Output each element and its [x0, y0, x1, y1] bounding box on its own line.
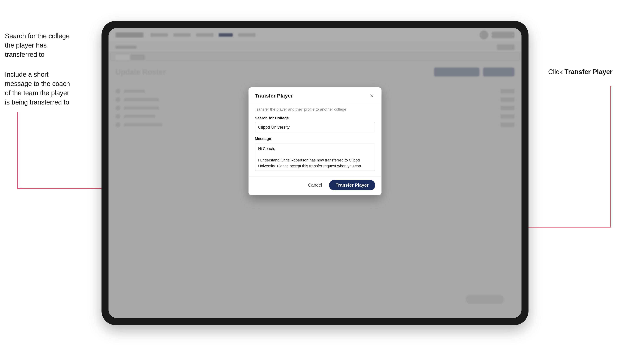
transfer-player-dialog: Transfer Player ✕ Transfer the player an…	[248, 87, 382, 195]
tablet-screen: Update Roster	[108, 28, 522, 318]
dialog-footer: Cancel Transfer Player	[248, 176, 382, 195]
annotation-transfer-bold: Transfer Player	[564, 68, 612, 75]
search-college-label: Search for College	[255, 116, 375, 120]
dialog-subtitle: Transfer the player and their profile to…	[255, 107, 375, 112]
search-college-input[interactable]	[255, 122, 375, 132]
modal-overlay: Transfer Player ✕ Transfer the player an…	[108, 28, 522, 318]
annotation-message: Include a short message to the coach of …	[5, 70, 72, 107]
dialog-close-button[interactable]: ✕	[368, 92, 375, 99]
message-textarea[interactable]	[255, 143, 375, 171]
annotation-search: Search for the college the player has tr…	[5, 31, 72, 59]
annotation-right: Click Transfer Player	[548, 68, 613, 76]
annotation-left: Search for the college the player has tr…	[5, 31, 72, 107]
dialog-body: Transfer the player and their profile to…	[248, 103, 382, 176]
tablet-frame: Update Roster	[102, 21, 528, 325]
message-label: Message	[255, 137, 375, 141]
dialog-title: Transfer Player	[255, 93, 293, 99]
cancel-button[interactable]: Cancel	[304, 180, 326, 190]
dialog-header: Transfer Player ✕	[248, 87, 382, 103]
transfer-player-button[interactable]: Transfer Player	[329, 180, 375, 190]
